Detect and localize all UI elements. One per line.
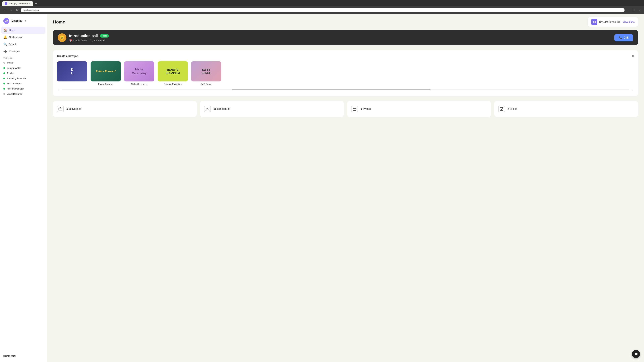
- sidebar-item-notifications[interactable]: 🔔 Notifications: [1, 34, 46, 41]
- call-button[interactable]: 📞 Call: [614, 34, 633, 41]
- sidebar: MM Moodjoy ▼ 🏠 Home 🔔 Notifications 🔍 Se…: [0, 14, 47, 362]
- template-name: Remote Escapism: [158, 83, 188, 85]
- svg-rect-8: [500, 107, 503, 110]
- stats-row: 5 active jobs 15 candidates 5 events: [53, 101, 638, 117]
- call-icon: 📞: [619, 36, 622, 39]
- section-arrow: ▾: [13, 57, 14, 59]
- sidebar-item-content-writer[interactable]: Content Writer: [0, 65, 47, 70]
- scroll-controls: ‹ ›: [57, 87, 634, 92]
- sidebar-item-visual-designer[interactable]: Visual Designer: [0, 91, 47, 96]
- plus-icon: ➕: [3, 49, 7, 53]
- stat-card-candidates[interactable]: 15 candidates: [200, 101, 344, 117]
- scroll-track: [62, 89, 629, 90]
- template-thumbnail: NicheCeremony: [124, 61, 154, 81]
- job-label: Content Writer: [7, 67, 21, 69]
- address-bar[interactable]: app.homerun.co: [21, 8, 624, 12]
- create-job-card: Create a new job × DL Future Forward: [53, 50, 638, 96]
- sidebar-item-web-developer[interactable]: Web Developer: [0, 81, 47, 86]
- reload-button[interactable]: ↻: [15, 7, 19, 12]
- home-icon: 🏠: [3, 28, 7, 32]
- create-job-header: Create a new job ×: [57, 54, 634, 58]
- template-card-remote-escapism[interactable]: REMOTEESCAPISM Remote Escapism: [158, 61, 188, 85]
- bell-icon: 🔔: [3, 35, 7, 39]
- job-label: Visual Designer: [7, 93, 22, 95]
- intro-type: 📞 Phone call: [90, 39, 105, 42]
- main-header: Home 14 Days left in your trial View pla…: [47, 14, 644, 30]
- maximize-button[interactable]: □: [632, 8, 636, 12]
- sidebar-item-teacher[interactable]: Teacher: [0, 70, 47, 76]
- your-jobs-section[interactable]: Your jobs ▾: [0, 55, 47, 60]
- sidebar-item-account-manager[interactable]: Account Manager: [0, 86, 47, 91]
- url-text: app.homerun.co: [23, 9, 39, 11]
- sidebar-footer: HOMERUN: [0, 352, 47, 359]
- template-card-future-forward[interactable]: Future Forward Future Forward: [90, 61, 121, 85]
- stat-label: 15 candidates: [214, 107, 230, 110]
- job-label: Teacher: [7, 72, 14, 74]
- view-plans-button[interactable]: View plans: [622, 21, 634, 23]
- browser-toolbar: ← → ↻ app.homerun.co − □ ✕: [0, 6, 644, 14]
- dot-icon: [3, 72, 5, 74]
- jobs-list: Trainer Content Writer Teacher Marketing…: [0, 60, 47, 96]
- back-button[interactable]: ←: [2, 8, 7, 12]
- svg-point-2: [206, 108, 208, 109]
- svg-rect-0: [59, 108, 62, 110]
- today-badge: Today: [100, 34, 109, 37]
- tab-favicon: [5, 2, 8, 5]
- sidebar-header: MM Moodjoy ▼: [0, 16, 47, 27]
- main-content: 😊 Introduction call Today ⏰ 23:45 - 00:0…: [47, 30, 644, 123]
- dot-icon: [3, 67, 5, 69]
- stat-card-active-jobs[interactable]: 5 active jobs: [53, 101, 197, 117]
- dot-icon: [3, 62, 5, 64]
- stat-card-events[interactable]: 5 events: [347, 101, 491, 117]
- checkbox-icon: [498, 106, 505, 112]
- chat-button[interactable]: [632, 350, 640, 358]
- minimize-button[interactable]: −: [626, 8, 630, 12]
- template-card-swift-sense[interactable]: SWIFTSENSE Swift Sense: [191, 61, 221, 85]
- tab-close-button[interactable]: ×: [29, 2, 30, 5]
- sidebar-item-trainer[interactable]: Trainer: [0, 60, 47, 65]
- scroll-right-button[interactable]: ›: [630, 87, 634, 92]
- template-thumbnail: SWIFTSENSE: [191, 61, 221, 81]
- sidebar-item-label: Create job: [9, 50, 20, 53]
- homerun-logo: HOMERUN: [3, 355, 16, 358]
- templates-scroll: DL Future Forward Future Forward NicheCe…: [57, 61, 634, 85]
- new-tab-button[interactable]: +: [34, 1, 38, 6]
- sidebar-item-home[interactable]: 🏠 Home: [1, 27, 46, 34]
- briefcase-icon: [57, 106, 64, 112]
- active-tab[interactable]: Moodjoy · Homerun ×: [2, 1, 33, 6]
- svg-rect-1: [60, 108, 61, 108]
- sidebar-item-marketing-associate[interactable]: Marketing Associate: [0, 76, 47, 81]
- job-label: Marketing Associate: [7, 77, 26, 80]
- template-thumbnail: REMOTEESCAPISM: [158, 61, 188, 81]
- dot-icon: [3, 78, 5, 79]
- candidates-icon: [204, 106, 211, 112]
- sidebar-item-search[interactable]: 🔍 Search: [1, 41, 46, 48]
- tab-title: Moodjoy · Homerun: [9, 2, 28, 5]
- stat-label: 5 active jobs: [66, 107, 81, 110]
- calendar-icon: [351, 106, 358, 112]
- browser-actions: − □ ✕: [626, 8, 642, 12]
- create-job-close-button[interactable]: ×: [632, 54, 634, 58]
- job-label: Trainer: [7, 61, 14, 64]
- your-jobs-label: Your jobs: [3, 57, 12, 59]
- intro-title: Introduction call Today: [69, 34, 612, 38]
- brand-dropdown-arrow[interactable]: ▼: [24, 20, 26, 22]
- sidebar-nav: 🏠 Home 🔔 Notifications 🔍 Search ➕ Create…: [0, 27, 47, 55]
- sidebar-item-create-job[interactable]: ➕ Create job: [1, 48, 46, 55]
- forward-button[interactable]: →: [8, 8, 14, 12]
- stat-card-todos[interactable]: 7 to-dos: [494, 101, 638, 117]
- template-card-first[interactable]: DL: [57, 61, 87, 85]
- trial-days-number: 14: [591, 19, 597, 25]
- template-thumbnail: DL: [57, 61, 87, 81]
- scroll-left-button[interactable]: ‹: [57, 87, 61, 92]
- stat-label: 7 to-dos: [508, 107, 518, 110]
- close-button[interactable]: ✕: [637, 8, 642, 12]
- avatar: MM: [3, 18, 10, 24]
- phone-icon: 📞: [90, 39, 93, 42]
- brand-name: Moodjoy: [12, 19, 22, 22]
- job-label: Account Manager: [7, 87, 24, 90]
- sidebar-item-label: Home: [9, 29, 15, 31]
- trial-badge: 14 Days left in your trial View plans: [588, 17, 638, 27]
- template-card-niche-ceremony[interactable]: NicheCeremony Niche Ceremony: [124, 61, 154, 85]
- intro-time: ⏰ 23:45 - 00:00: [69, 39, 87, 42]
